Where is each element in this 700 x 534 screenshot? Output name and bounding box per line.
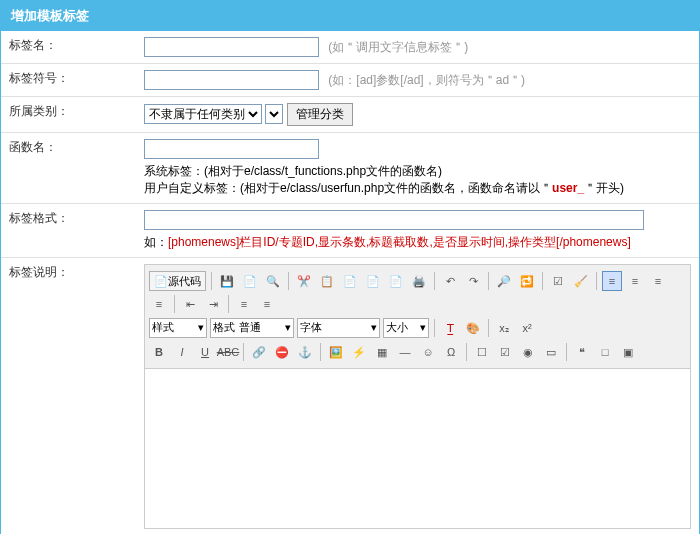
superscript-icon[interactable]: x² xyxy=(517,318,537,338)
panel-header: 增加模板标签 xyxy=(1,1,699,31)
separator xyxy=(228,295,229,313)
separator xyxy=(434,319,435,337)
image-icon[interactable]: 🖼️ xyxy=(326,342,346,362)
manage-category-button[interactable]: 管理分类 xyxy=(287,103,353,126)
tagformat-eg: [phomenews]栏目ID/专题ID,显示条数,标题截取数,是否显示时间,操… xyxy=(168,235,631,249)
preview-icon[interactable]: 🔍 xyxy=(263,271,283,291)
smiley-icon[interactable]: ☺ xyxy=(418,342,438,362)
funcname-note2c: ＂开头) xyxy=(584,181,624,195)
anchor-icon[interactable]: ⚓ xyxy=(295,342,315,362)
label-funcname: 函数名： xyxy=(1,133,136,204)
subscript-icon[interactable]: x₂ xyxy=(494,318,514,338)
bold-icon[interactable]: B xyxy=(149,342,169,362)
separator xyxy=(211,272,212,290)
editor-content[interactable] xyxy=(144,369,691,529)
form-icon[interactable]: ☐ xyxy=(472,342,492,362)
label-tagsymbol: 标签符号： xyxy=(1,64,136,97)
div-icon[interactable]: □ xyxy=(595,342,615,362)
label-category: 所属类别： xyxy=(1,97,136,133)
unlink-icon[interactable]: ⛔ xyxy=(272,342,292,362)
find-icon[interactable]: 🔎 xyxy=(494,271,514,291)
label-tagname: 标签名： xyxy=(1,31,136,64)
separator xyxy=(466,343,467,361)
align-right-icon[interactable]: ≡ xyxy=(648,271,668,291)
font-select[interactable]: 字体 ▾ xyxy=(297,318,380,338)
separator xyxy=(488,319,489,337)
outdent-icon[interactable]: ⇤ xyxy=(180,294,200,314)
input-funcname[interactable] xyxy=(144,139,319,159)
blockquote-icon[interactable]: ❝ xyxy=(572,342,592,362)
flash-icon[interactable]: ⚡ xyxy=(349,342,369,362)
template-icon[interactable]: ▣ xyxy=(618,342,638,362)
hint-tagname: (如＂调用文字信息标签＂) xyxy=(328,40,468,54)
cut-icon[interactable]: ✂️ xyxy=(294,271,314,291)
align-left-icon[interactable]: ≡ xyxy=(602,271,622,291)
separator xyxy=(243,343,244,361)
funcname-note2b: user_ xyxy=(552,181,584,195)
hr-icon[interactable]: ― xyxy=(395,342,415,362)
indent-icon[interactable]: ⇥ xyxy=(203,294,223,314)
paste-word-icon[interactable]: 📄 xyxy=(386,271,406,291)
removeformat-icon[interactable]: 🧹 xyxy=(571,271,591,291)
separator xyxy=(488,272,489,290)
textfield-icon[interactable]: ▭ xyxy=(541,342,561,362)
editor-toolbar: 📄 源代码 💾 📄 🔍 ✂️ 📋 📄 📄 📄 🖨️ ↶ xyxy=(144,264,691,369)
select-category[interactable]: 不隶属于任何类别 xyxy=(144,104,262,124)
funcname-note2a: 用户自定义标签：(相对于e/class/userfun.php文件的函数名，函数… xyxy=(144,181,552,195)
separator xyxy=(566,343,567,361)
separator xyxy=(320,343,321,361)
ordered-list-icon[interactable]: ≡ xyxy=(234,294,254,314)
checkbox-icon2[interactable]: ☑ xyxy=(495,342,515,362)
unordered-list-icon[interactable]: ≡ xyxy=(257,294,277,314)
table-icon[interactable]: ▦ xyxy=(372,342,392,362)
print-icon[interactable]: 🖨️ xyxy=(409,271,429,291)
strike-icon[interactable]: ABC xyxy=(218,342,238,362)
size-select[interactable]: 大小 ▾ xyxy=(383,318,429,338)
link-icon[interactable]: 🔗 xyxy=(249,342,269,362)
input-tagformat[interactable] xyxy=(144,210,644,230)
style-select[interactable]: 样式 ▾ xyxy=(149,318,207,338)
specialchar-icon[interactable]: Ω xyxy=(441,342,461,362)
funcname-note1: 系统标签：(相对于e/class/t_functions.php文件的函数名) xyxy=(144,164,442,178)
underline-icon[interactable]: U xyxy=(195,342,215,362)
selectall-icon[interactable]: ☑ xyxy=(548,271,568,291)
format-select[interactable]: 格式 普通 ▾ xyxy=(210,318,294,338)
align-center-icon[interactable]: ≡ xyxy=(625,271,645,291)
replace-icon[interactable]: 🔁 xyxy=(517,271,537,291)
tagformat-eg-prefix: 如： xyxy=(144,235,168,249)
separator xyxy=(288,272,289,290)
radio-icon[interactable]: ◉ xyxy=(518,342,538,362)
label-tagformat: 标签格式： xyxy=(1,204,136,258)
save-icon[interactable]: 💾 xyxy=(217,271,237,291)
select-category-sub[interactable] xyxy=(265,104,283,124)
hint-tagsymbol: (如：[ad]参数[/ad]，则符号为＂ad＂) xyxy=(328,73,525,87)
source-button[interactable]: 📄 源代码 xyxy=(149,271,206,291)
separator xyxy=(174,295,175,313)
paste-text-icon[interactable]: 📄 xyxy=(363,271,383,291)
separator xyxy=(596,272,597,290)
italic-icon[interactable]: I xyxy=(172,342,192,362)
redo-icon[interactable]: ↷ xyxy=(463,271,483,291)
newpage-icon[interactable]: 📄 xyxy=(240,271,260,291)
input-tagname[interactable] xyxy=(144,37,319,57)
textcolor-icon[interactable]: T̲ xyxy=(440,318,460,338)
copy-icon[interactable]: 📋 xyxy=(317,271,337,291)
align-justify-icon[interactable]: ≡ xyxy=(149,294,169,314)
undo-icon[interactable]: ↶ xyxy=(440,271,460,291)
separator xyxy=(434,272,435,290)
separator xyxy=(542,272,543,290)
input-tagsymbol[interactable] xyxy=(144,70,319,90)
bgcolor-icon[interactable]: 🎨 xyxy=(463,318,483,338)
label-tagdesc: 标签说明： xyxy=(1,258,136,535)
paste-icon[interactable]: 📄 xyxy=(340,271,360,291)
